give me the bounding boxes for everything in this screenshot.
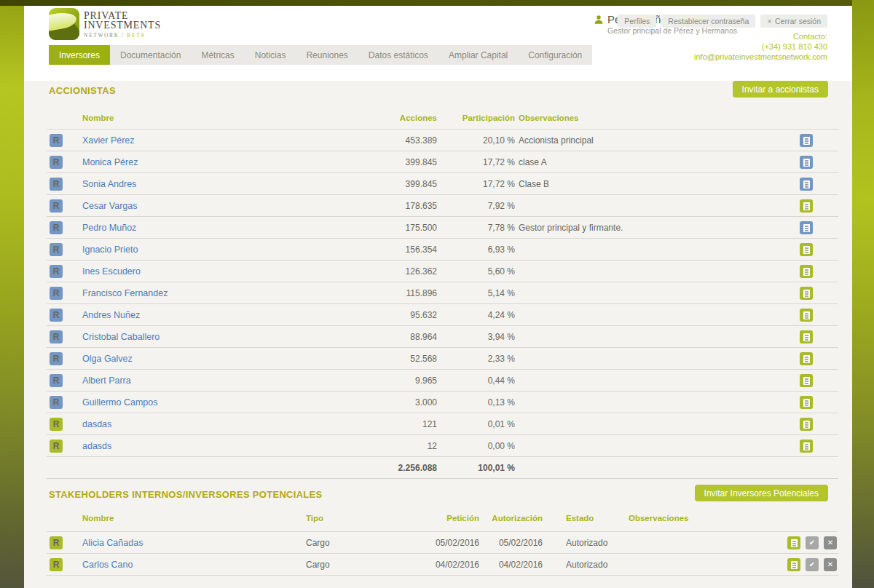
reject-button[interactable]: ✕ bbox=[824, 558, 837, 571]
logout-button[interactable]: ✕ Cerrar sesión bbox=[760, 15, 827, 28]
stakeholder-actions: ✔ ✕ bbox=[787, 536, 837, 549]
notes-button[interactable] bbox=[800, 396, 813, 409]
notes-button[interactable] bbox=[800, 178, 813, 191]
shareholder-name-link[interactable]: Xavier Pérez bbox=[82, 130, 135, 151]
notes-button[interactable] bbox=[800, 265, 813, 278]
document-icon bbox=[803, 399, 810, 407]
shareholder-name-link[interactable]: Olga Galvez bbox=[82, 348, 133, 370]
reset-password-button[interactable]: Restablecer contraseña bbox=[661, 15, 755, 28]
shareholder-name-link[interactable]: Sonia Andres bbox=[82, 173, 136, 195]
shares-value: 3.000 bbox=[287, 392, 437, 413]
document-icon bbox=[803, 137, 810, 145]
tab-documentación[interactable]: Documentación bbox=[110, 45, 191, 65]
tab-ampliar-capital[interactable]: Ampliar Capital bbox=[438, 45, 518, 65]
tab-inversores[interactable]: Inversores bbox=[49, 45, 110, 65]
document-icon bbox=[803, 355, 810, 363]
notes-button[interactable] bbox=[800, 330, 813, 343]
notes-button[interactable] bbox=[800, 156, 813, 169]
estado-value: Autorizado bbox=[566, 554, 607, 576]
notes-button[interactable] bbox=[787, 558, 800, 571]
stakeholder-name-link[interactable]: Carlos Cano bbox=[82, 554, 133, 576]
tab-reuniones[interactable]: Reuniones bbox=[296, 45, 358, 65]
shareholder-name-link[interactable]: Pedro Muñoz bbox=[82, 217, 136, 239]
shares-value: 178.635 bbox=[287, 195, 437, 217]
shares-value: 12 bbox=[287, 435, 437, 457]
notes-button[interactable] bbox=[800, 374, 813, 387]
perfiles-button[interactable]: Perfiles bbox=[618, 15, 656, 28]
notes-button[interactable] bbox=[800, 221, 813, 234]
rights-badge: R bbox=[50, 374, 63, 387]
total-acciones: 2.256.088 bbox=[287, 457, 437, 479]
shareholder-name-link[interactable]: adasds bbox=[82, 435, 111, 457]
tipo-value: Cargo bbox=[306, 532, 330, 554]
document-icon bbox=[803, 421, 810, 429]
col-estado: Estado bbox=[566, 514, 594, 523]
perfiles-label: Perfiles bbox=[624, 17, 650, 25]
shareholder-name-link[interactable]: Albert Parra bbox=[82, 370, 131, 392]
shareholder-row: R Olga Galvez 52.568 2,33 % bbox=[47, 348, 838, 370]
stakeholder-actions: ✔ ✕ bbox=[787, 558, 837, 571]
notes-button[interactable] bbox=[800, 134, 813, 147]
participation-value: 5,14 % bbox=[440, 282, 515, 304]
logout-x-icon: ✕ bbox=[767, 18, 772, 25]
stakeholders-table: Nombre Tipo Petición Autorización Estado… bbox=[47, 511, 838, 576]
invite-shareholders-button[interactable]: Invitar a accionistas bbox=[733, 81, 828, 98]
participation-value: 0,13 % bbox=[440, 392, 515, 413]
approve-button[interactable]: ✔ bbox=[806, 536, 819, 549]
reject-button[interactable]: ✕ bbox=[824, 536, 837, 549]
col-participacion: Participación bbox=[440, 114, 515, 122]
notes-button[interactable] bbox=[800, 309, 813, 322]
participation-value: 6,93 % bbox=[440, 239, 515, 261]
shareholder-name-link[interactable]: Andres Nuñez bbox=[82, 304, 140, 326]
peticion-date: 04/02/2016 bbox=[392, 554, 479, 576]
logo-subtitle: NETWORK / BETA bbox=[84, 32, 161, 39]
tab-datos-estáticos[interactable]: Datos estáticos bbox=[358, 45, 438, 65]
tab-configuración[interactable]: Configuración bbox=[518, 45, 592, 65]
document-icon bbox=[791, 539, 798, 547]
notes-button[interactable] bbox=[800, 440, 813, 453]
shareholder-row: R Monica Pérez 399.845 17,72 % clase A bbox=[47, 151, 838, 173]
document-icon bbox=[803, 159, 810, 167]
shares-value: 121 bbox=[287, 413, 437, 435]
shareholder-name-link[interactable]: Cesar Vargas bbox=[82, 195, 138, 217]
notes-button[interactable] bbox=[800, 287, 813, 300]
shareholder-name-link[interactable]: Francisco Fernandez bbox=[82, 282, 168, 304]
stakeholder-row: R Alicia Cañadas Cargo 05/02/2016 05/02/… bbox=[47, 532, 838, 554]
shareholders-table: Nombre Acciones Participación Observacio… bbox=[47, 111, 838, 479]
estado-value: Autorizado bbox=[566, 532, 607, 554]
document-icon bbox=[803, 442, 810, 450]
notes-button[interactable] bbox=[800, 243, 813, 256]
shareholder-name-link[interactable]: Ines Escudero bbox=[82, 261, 141, 282]
notes-button[interactable] bbox=[800, 352, 813, 365]
rights-badge: R bbox=[50, 221, 63, 234]
app-logo[interactable]: PRIVATE INVESTMENTS NETWORK / BETA bbox=[49, 8, 161, 40]
shareholder-name-link[interactable]: Cristobal Caballero bbox=[82, 326, 160, 348]
stakeholder-name-link[interactable]: Alicia Cañadas bbox=[82, 532, 143, 554]
col-peticion: Petición bbox=[392, 514, 479, 523]
shareholders-table-header: Nombre Acciones Participación Observacio… bbox=[47, 111, 838, 127]
logout-label: Cerrar sesión bbox=[775, 17, 821, 25]
tab-noticias[interactable]: Noticias bbox=[245, 45, 296, 65]
notes-button[interactable] bbox=[800, 418, 813, 431]
shareholder-name-link[interactable]: Monica Pérez bbox=[82, 151, 138, 173]
shareholder-row: R Cesar Vargas 178.635 7,92 % bbox=[47, 195, 838, 217]
shareholder-name-link[interactable]: Guillermo Campos bbox=[82, 392, 158, 413]
invite-potential-investors-button[interactable]: Invitar Inversores Potenciales bbox=[695, 485, 828, 501]
participation-value: 0,44 % bbox=[440, 370, 515, 392]
notes-button[interactable] bbox=[787, 536, 800, 549]
document-icon bbox=[803, 246, 810, 254]
observations-text: Gestor principal y firmante. bbox=[519, 217, 623, 239]
check-icon: ✔ bbox=[809, 561, 815, 568]
logo-text: PRIVATE INVESTMENTS NETWORK / BETA bbox=[84, 8, 161, 39]
participation-value: 4,24 % bbox=[440, 304, 515, 326]
observations-text: Accionista principal bbox=[519, 130, 594, 151]
shareholder-name-link[interactable]: Ignacio Prieto bbox=[82, 239, 138, 261]
document-icon bbox=[803, 333, 810, 341]
approve-button[interactable]: ✔ bbox=[806, 558, 819, 571]
notes-button[interactable] bbox=[800, 199, 813, 212]
shareholder-name-link[interactable]: dasdas bbox=[82, 413, 111, 435]
tab-métricas[interactable]: Métricas bbox=[191, 45, 244, 65]
logo-line2: INVESTMENTS bbox=[84, 20, 161, 30]
contact-email[interactable]: info@privateinvestmentsnetwork.com bbox=[694, 52, 827, 63]
shareholders-rows: R Xavier Pérez 453.389 20,10 % Accionist… bbox=[47, 129, 838, 457]
